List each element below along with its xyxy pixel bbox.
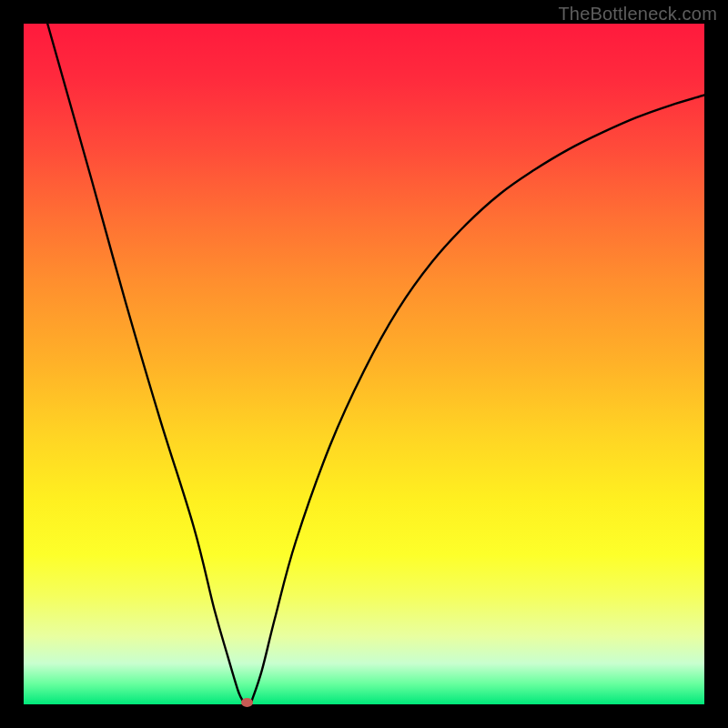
watermark-text: TheBottleneck.com xyxy=(558,4,717,25)
curve-left-branch xyxy=(47,24,243,701)
optimal-point-marker xyxy=(241,698,253,707)
curve-right-branch xyxy=(252,96,704,702)
bottleneck-curve xyxy=(24,24,704,704)
